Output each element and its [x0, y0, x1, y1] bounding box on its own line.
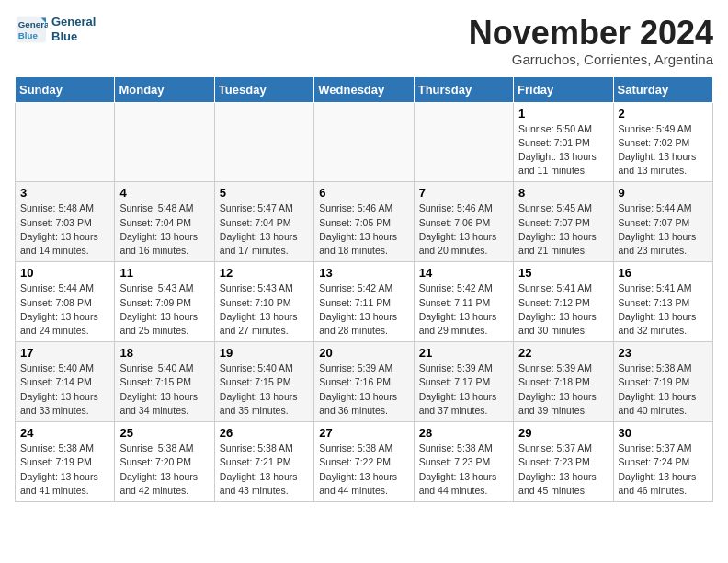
calendar-cell: 15Sunrise: 5:41 AM Sunset: 7:12 PM Dayli…	[514, 262, 613, 342]
week-row-4: 17Sunrise: 5:40 AM Sunset: 7:14 PM Dayli…	[16, 342, 713, 422]
logo: General Blue General Blue	[15, 15, 96, 44]
logo-text-blue: Blue	[51, 29, 96, 44]
calendar-cell	[16, 102, 115, 182]
calendar-cell: 6Sunrise: 5:46 AM Sunset: 7:05 PM Daylig…	[314, 182, 414, 262]
day-detail: Sunrise: 5:38 AM Sunset: 7:19 PM Dayligh…	[619, 362, 697, 416]
svg-text:Blue: Blue	[18, 30, 39, 40]
day-detail: Sunrise: 5:42 AM Sunset: 7:11 PM Dayligh…	[319, 282, 397, 336]
month-title: November 2024	[469, 15, 713, 52]
day-number: 8	[518, 186, 608, 200]
day-number: 4	[119, 186, 209, 200]
header-saturday: Saturday	[613, 76, 712, 102]
day-detail: Sunrise: 5:38 AM Sunset: 7:22 PM Dayligh…	[319, 442, 397, 496]
page-header: General Blue General Blue November 2024 …	[15, 15, 713, 67]
calendar-cell: 25Sunrise: 5:38 AM Sunset: 7:20 PM Dayli…	[115, 422, 214, 502]
logo-text-general: General	[51, 15, 96, 29]
day-detail: Sunrise: 5:48 AM Sunset: 7:03 PM Dayligh…	[20, 202, 98, 256]
day-number: 21	[419, 346, 508, 360]
calendar-cell: 9Sunrise: 5:44 AM Sunset: 7:07 PM Daylig…	[613, 182, 712, 262]
calendar-cell: 3Sunrise: 5:48 AM Sunset: 7:03 PM Daylig…	[16, 182, 115, 262]
day-detail: Sunrise: 5:44 AM Sunset: 7:07 PM Dayligh…	[619, 202, 697, 256]
day-detail: Sunrise: 5:40 AM Sunset: 7:14 PM Dayligh…	[20, 362, 98, 416]
day-number: 13	[319, 266, 408, 280]
header-friday: Friday	[514, 76, 613, 102]
day-number: 20	[319, 346, 408, 360]
week-row-1: 1Sunrise: 5:50 AM Sunset: 7:01 PM Daylig…	[16, 102, 713, 182]
calendar-cell: 29Sunrise: 5:37 AM Sunset: 7:23 PM Dayli…	[514, 422, 613, 502]
calendar-header-row: SundayMondayTuesdayWednesdayThursdayFrid…	[16, 76, 713, 102]
week-row-2: 3Sunrise: 5:48 AM Sunset: 7:03 PM Daylig…	[16, 182, 713, 262]
day-number: 18	[119, 346, 209, 360]
day-detail: Sunrise: 5:49 AM Sunset: 7:02 PM Dayligh…	[619, 123, 697, 177]
title-block: November 2024 Garruchos, Corrientes, Arg…	[469, 15, 713, 67]
day-number: 14	[419, 266, 508, 280]
day-detail: Sunrise: 5:50 AM Sunset: 7:01 PM Dayligh…	[518, 123, 597, 177]
day-number: 15	[518, 266, 608, 280]
calendar-cell: 1Sunrise: 5:50 AM Sunset: 7:01 PM Daylig…	[514, 102, 613, 182]
day-detail: Sunrise: 5:39 AM Sunset: 7:18 PM Dayligh…	[518, 362, 597, 416]
day-detail: Sunrise: 5:42 AM Sunset: 7:11 PM Dayligh…	[419, 282, 497, 336]
day-detail: Sunrise: 5:47 AM Sunset: 7:04 PM Dayligh…	[220, 202, 298, 256]
calendar-cell	[115, 102, 214, 182]
calendar-cell: 22Sunrise: 5:39 AM Sunset: 7:18 PM Dayli…	[514, 342, 613, 422]
calendar-cell: 18Sunrise: 5:40 AM Sunset: 7:15 PM Dayli…	[115, 342, 214, 422]
day-number: 17	[20, 346, 109, 360]
header-wednesday: Wednesday	[314, 76, 414, 102]
day-number: 6	[319, 186, 408, 200]
day-detail: Sunrise: 5:38 AM Sunset: 7:21 PM Dayligh…	[220, 442, 298, 496]
calendar-table: SundayMondayTuesdayWednesdayThursdayFrid…	[15, 76, 713, 502]
calendar-cell: 16Sunrise: 5:41 AM Sunset: 7:13 PM Dayli…	[613, 262, 712, 342]
day-detail: Sunrise: 5:37 AM Sunset: 7:23 PM Dayligh…	[518, 442, 597, 496]
calendar-cell: 4Sunrise: 5:48 AM Sunset: 7:04 PM Daylig…	[115, 182, 214, 262]
header-monday: Monday	[115, 76, 214, 102]
calendar-cell: 13Sunrise: 5:42 AM Sunset: 7:11 PM Dayli…	[314, 262, 414, 342]
day-number: 26	[220, 426, 309, 440]
location-subtitle: Garruchos, Corrientes, Argentina	[469, 52, 713, 67]
day-detail: Sunrise: 5:46 AM Sunset: 7:06 PM Dayligh…	[419, 202, 497, 256]
calendar-cell: 28Sunrise: 5:38 AM Sunset: 7:23 PM Dayli…	[414, 422, 513, 502]
day-number: 9	[619, 186, 708, 200]
day-number: 5	[220, 186, 309, 200]
header-thursday: Thursday	[414, 76, 513, 102]
day-number: 30	[619, 426, 708, 440]
day-number: 22	[518, 346, 608, 360]
calendar-cell: 27Sunrise: 5:38 AM Sunset: 7:22 PM Dayli…	[314, 422, 414, 502]
day-number: 10	[20, 266, 109, 280]
calendar-cell: 30Sunrise: 5:37 AM Sunset: 7:24 PM Dayli…	[613, 422, 712, 502]
day-detail: Sunrise: 5:38 AM Sunset: 7:19 PM Dayligh…	[20, 442, 98, 496]
day-detail: Sunrise: 5:43 AM Sunset: 7:09 PM Dayligh…	[119, 282, 198, 336]
day-detail: Sunrise: 5:39 AM Sunset: 7:17 PM Dayligh…	[419, 362, 497, 416]
day-number: 19	[220, 346, 309, 360]
day-number: 25	[119, 426, 209, 440]
day-number: 27	[319, 426, 408, 440]
calendar-cell: 14Sunrise: 5:42 AM Sunset: 7:11 PM Dayli…	[414, 262, 513, 342]
calendar-cell: 12Sunrise: 5:43 AM Sunset: 7:10 PM Dayli…	[214, 262, 313, 342]
header-sunday: Sunday	[16, 76, 115, 102]
day-detail: Sunrise: 5:43 AM Sunset: 7:10 PM Dayligh…	[220, 282, 298, 336]
calendar-cell	[214, 102, 313, 182]
calendar-cell: 24Sunrise: 5:38 AM Sunset: 7:19 PM Dayli…	[16, 422, 115, 502]
calendar-cell: 26Sunrise: 5:38 AM Sunset: 7:21 PM Dayli…	[214, 422, 313, 502]
day-detail: Sunrise: 5:40 AM Sunset: 7:15 PM Dayligh…	[220, 362, 298, 416]
day-detail: Sunrise: 5:44 AM Sunset: 7:08 PM Dayligh…	[20, 282, 98, 336]
calendar-cell: 7Sunrise: 5:46 AM Sunset: 7:06 PM Daylig…	[414, 182, 513, 262]
week-row-5: 24Sunrise: 5:38 AM Sunset: 7:19 PM Dayli…	[16, 422, 713, 502]
calendar-cell: 21Sunrise: 5:39 AM Sunset: 7:17 PM Dayli…	[414, 342, 513, 422]
day-detail: Sunrise: 5:38 AM Sunset: 7:20 PM Dayligh…	[119, 442, 198, 496]
calendar-cell: 19Sunrise: 5:40 AM Sunset: 7:15 PM Dayli…	[214, 342, 313, 422]
calendar-cell: 8Sunrise: 5:45 AM Sunset: 7:07 PM Daylig…	[514, 182, 613, 262]
calendar-cell: 23Sunrise: 5:38 AM Sunset: 7:19 PM Dayli…	[613, 342, 712, 422]
day-number: 23	[619, 346, 708, 360]
day-number: 2	[619, 107, 708, 121]
header-tuesday: Tuesday	[214, 76, 313, 102]
calendar-cell: 2Sunrise: 5:49 AM Sunset: 7:02 PM Daylig…	[613, 102, 712, 182]
day-detail: Sunrise: 5:38 AM Sunset: 7:23 PM Dayligh…	[419, 442, 497, 496]
calendar-cell: 5Sunrise: 5:47 AM Sunset: 7:04 PM Daylig…	[214, 182, 313, 262]
day-number: 28	[419, 426, 508, 440]
day-number: 16	[619, 266, 708, 280]
day-number: 24	[20, 426, 109, 440]
day-detail: Sunrise: 5:40 AM Sunset: 7:15 PM Dayligh…	[119, 362, 198, 416]
svg-text:General: General	[18, 19, 48, 29]
day-detail: Sunrise: 5:45 AM Sunset: 7:07 PM Dayligh…	[518, 202, 597, 256]
day-detail: Sunrise: 5:39 AM Sunset: 7:16 PM Dayligh…	[319, 362, 397, 416]
